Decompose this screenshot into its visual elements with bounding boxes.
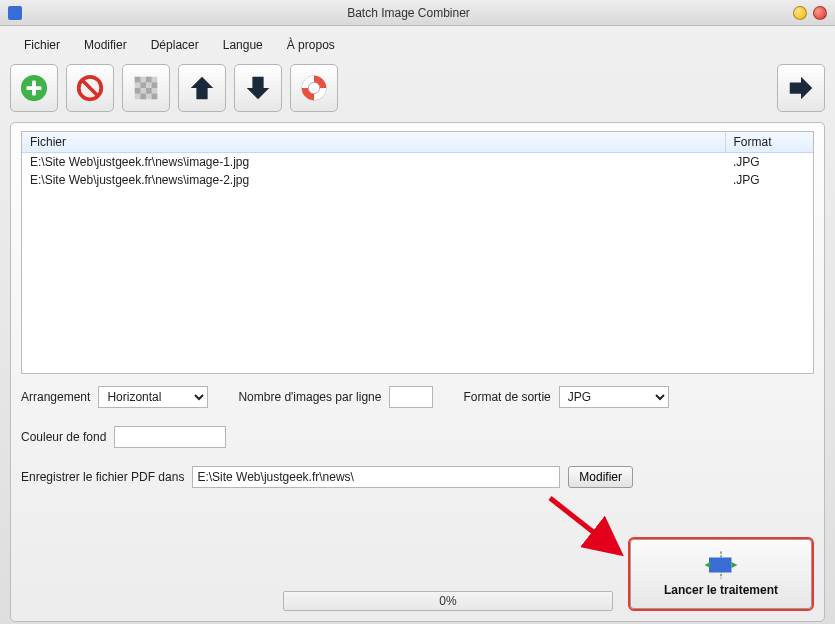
inner-panel: Fichier Format E:\Site Web\justgeek.fr\n… [10, 122, 825, 622]
svg-rect-6 [135, 77, 141, 83]
remove-button[interactable] [66, 64, 114, 112]
table-row[interactable]: E:\Site Web\justgeek.fr\news\image-1.jpg… [22, 153, 813, 172]
svg-rect-7 [146, 77, 152, 83]
titlebar: Batch Image Combiner [0, 0, 835, 26]
col-header-format[interactable]: Format [725, 132, 813, 153]
clear-button[interactable] [122, 64, 170, 112]
arrow-right-icon [786, 73, 816, 103]
app-icon [8, 6, 22, 20]
svg-rect-11 [146, 88, 152, 94]
help-button[interactable] [290, 64, 338, 112]
per-line-label: Nombre d'images par ligne [238, 390, 381, 404]
savepath-input[interactable] [192, 466, 560, 488]
menu-about[interactable]: À propos [277, 36, 345, 54]
arrangement-select[interactable]: Horizontal [98, 386, 208, 408]
window-title: Batch Image Combiner [30, 6, 787, 20]
svg-rect-9 [152, 82, 158, 88]
next-button[interactable] [777, 64, 825, 112]
svg-line-4 [83, 81, 98, 96]
menu-lang[interactable]: Langue [213, 36, 273, 54]
launch-button[interactable]: Lancer le traitement [628, 537, 814, 611]
add-button[interactable] [10, 64, 58, 112]
annotation-arrow [544, 492, 634, 565]
window-body: Fichier Modifier Déplacer Langue À propo… [0, 26, 835, 624]
launch-label: Lancer le traitement [664, 583, 778, 597]
cell-format: .JPG [725, 153, 813, 172]
arrow-up-icon [187, 73, 217, 103]
cell-path: E:\Site Web\justgeek.fr\news\image-2.jpg [22, 171, 725, 189]
menu-edit[interactable]: Modifier [74, 36, 137, 54]
menu-move[interactable]: Déplacer [141, 36, 209, 54]
forbidden-icon [75, 73, 105, 103]
close-button[interactable] [813, 6, 827, 20]
move-down-button[interactable] [234, 64, 282, 112]
svg-rect-17 [709, 558, 732, 573]
move-up-button[interactable] [178, 64, 226, 112]
savepath-label: Enregistrer le fichier PDF dans [21, 470, 184, 484]
row-bgcolor: Couleur de fond [21, 426, 814, 448]
modify-button[interactable]: Modifier [568, 466, 633, 488]
svg-rect-12 [140, 94, 146, 100]
out-format-label: Format de sortie [463, 390, 550, 404]
lifebuoy-icon [299, 73, 329, 103]
plus-icon [19, 73, 49, 103]
minimize-button[interactable] [793, 6, 807, 20]
toolbar [10, 62, 825, 122]
bgcolor-swatch[interactable] [114, 426, 226, 448]
progress-bar: 0% [283, 591, 613, 611]
progress-text: 0% [439, 594, 456, 608]
svg-rect-2 [27, 86, 42, 90]
combine-icon [703, 551, 739, 579]
row-arrangement: Arrangement Horizontal Nombre d'images p… [21, 386, 814, 408]
bgcolor-label: Couleur de fond [21, 430, 106, 444]
menu-file[interactable]: Fichier [14, 36, 70, 54]
arrow-down-icon [243, 73, 273, 103]
svg-point-15 [308, 82, 319, 93]
svg-rect-8 [140, 82, 146, 88]
cell-format: .JPG [725, 171, 813, 189]
per-line-input[interactable] [389, 386, 433, 408]
row-savepath: Enregistrer le fichier PDF dans Modifier [21, 466, 633, 488]
checker-icon [131, 73, 161, 103]
progress-wrap: 0% [283, 591, 613, 611]
out-format-select[interactable]: JPG [559, 386, 669, 408]
arrangement-label: Arrangement [21, 390, 90, 404]
file-table[interactable]: Fichier Format E:\Site Web\justgeek.fr\n… [21, 131, 814, 374]
svg-rect-10 [135, 88, 141, 94]
col-header-file[interactable]: Fichier [22, 132, 725, 153]
table-row[interactable]: E:\Site Web\justgeek.fr\news\image-2.jpg… [22, 171, 813, 189]
menubar: Fichier Modifier Déplacer Langue À propo… [10, 32, 825, 62]
svg-rect-13 [152, 94, 158, 100]
cell-path: E:\Site Web\justgeek.fr\news\image-1.jpg [22, 153, 725, 172]
